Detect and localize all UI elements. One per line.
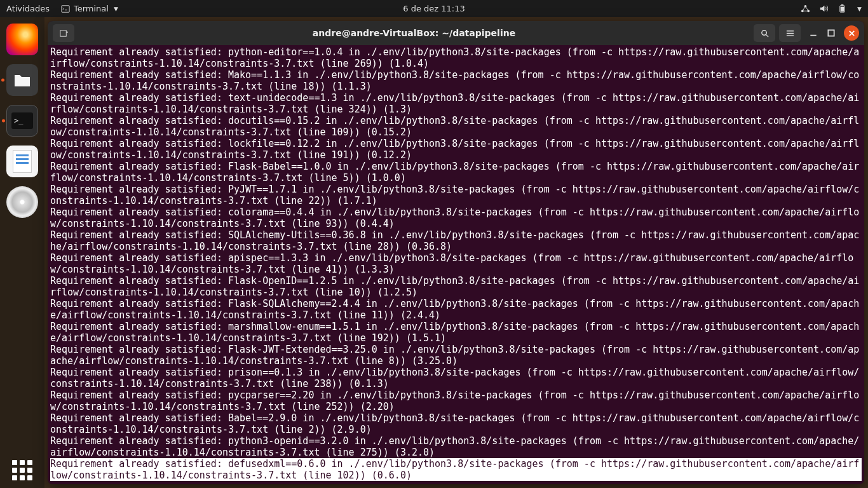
gnome-top-bar: Atividades Terminal ▼ 6 de dez 11:13 ▼ [0, 0, 868, 17]
network-icon [801, 4, 810, 13]
maximize-icon [827, 29, 836, 37]
system-status-area[interactable]: ▼ [801, 4, 862, 13]
close-icon [848, 30, 855, 37]
terminal-line: Requirement already satisfied: text-unid… [50, 92, 862, 115]
svg-rect-5 [841, 4, 844, 6]
terminal-output[interactable]: Requirement already satisfied: python-ed… [48, 45, 864, 484]
new-tab-icon [59, 29, 69, 38]
activities-button[interactable]: Atividades [6, 4, 50, 13]
app-menu-label: Terminal [74, 4, 109, 13]
terminal-line: Requirement already satisfied: python3-o… [50, 435, 862, 458]
terminal-line: Requirement already satisfied: colorama=… [50, 207, 862, 229]
chevron-down-icon: ▼ [114, 6, 118, 12]
titlebar[interactable]: andre@andre-VirtualBox: ~/datapipeline [48, 21, 864, 45]
dock: >_ [0, 17, 44, 488]
app-menu[interactable]: Terminal ▼ [61, 4, 118, 13]
terminal-line: Requirement already satisfied: python-ed… [50, 46, 862, 69]
terminal-line: Requirement already satisfied: apispec==… [50, 252, 862, 275]
search-icon [760, 29, 770, 38]
hamburger-icon [785, 29, 795, 38]
terminal-line: Requirement already satisfied: marshmall… [50, 321, 862, 344]
maximize-button[interactable] [826, 28, 836, 38]
svg-rect-6 [841, 7, 844, 12]
terminal-line: Requirement already satisfied: lockfile=… [50, 138, 862, 161]
terminal-line: Requirement already satisfied: pycparser… [50, 390, 862, 412]
document-icon [13, 150, 32, 173]
terminal-line: Requirement already satisfied: Babel==2.… [50, 412, 862, 435]
terminal-line: Requirement already satisfied: SQLAlchem… [50, 229, 862, 252]
terminal-line: Requirement already satisfied: prison==0… [50, 367, 862, 390]
terminal-line: Requirement already satisfied: Flask-Bab… [50, 161, 862, 184]
hamburger-menu-button[interactable] [779, 24, 801, 42]
terminal-line: Requirement already satisfied: defusedxm… [50, 458, 862, 481]
show-applications-button[interactable] [12, 460, 32, 480]
minimize-icon [809, 29, 818, 37]
terminal-line: Requirement already satisfied: docutils=… [50, 115, 862, 138]
terminal-window: andre@andre-VirtualBox: ~/datapipeline R… [48, 21, 864, 484]
terminal-line: Requirement already satisfied: PyJWT==1.… [50, 184, 862, 207]
terminal-line: Requirement already satisfied: Flask-Ope… [50, 275, 862, 298]
search-button[interactable] [754, 24, 775, 42]
new-tab-button[interactable] [53, 24, 74, 42]
dock-disc[interactable] [6, 186, 38, 218]
svg-rect-9 [828, 30, 834, 36]
window-title: andre@andre-VirtualBox: ~/datapipeline [78, 28, 750, 38]
terminal-line: Requirement already satisfied: Flask-SQL… [50, 298, 862, 321]
dock-files[interactable] [6, 64, 38, 96]
close-button[interactable] [844, 25, 859, 41]
clock[interactable]: 6 de dez 11:13 [403, 4, 465, 13]
chevron-down-icon: ▼ [857, 6, 862, 12]
dock-text-editor[interactable] [6, 146, 38, 177]
svg-rect-0 [62, 5, 69, 12]
dock-firefox[interactable] [6, 24, 38, 55]
dock-terminal[interactable]: >_ [6, 105, 38, 137]
terminal-line: Requirement already satisfied: Mako==1.1… [50, 69, 862, 92]
terminal-icon: >_ [11, 112, 33, 129]
terminal-line: Requirement already satisfied: Flask-JWT… [50, 344, 862, 367]
folder-icon [12, 70, 32, 90]
svg-rect-7 [60, 30, 65, 36]
svg-point-8 [761, 30, 766, 35]
terminal-icon [61, 4, 70, 13]
volume-icon [819, 4, 829, 13]
minimize-button[interactable] [808, 28, 818, 38]
battery-icon [837, 4, 847, 13]
